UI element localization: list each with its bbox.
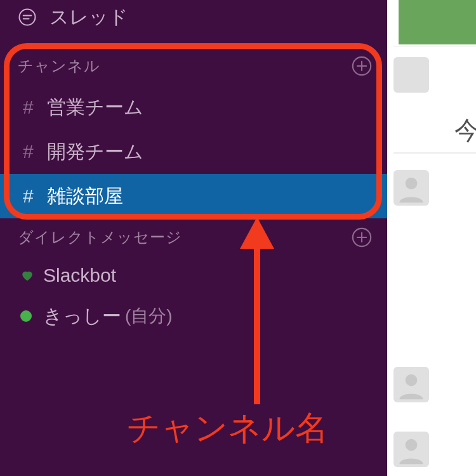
- presence-online-icon: [20, 310, 43, 322]
- channels-section-header: チャンネル: [0, 52, 387, 80]
- dm-name: きっしー: [43, 303, 121, 329]
- avatar: [393, 170, 429, 206]
- threads-item[interactable]: スレッド: [0, 0, 387, 38]
- divider: [393, 46, 476, 47]
- visible-char: 今: [433, 113, 476, 148]
- svg-point-6: [406, 439, 418, 451]
- main-area-fragment: 今: [387, 0, 476, 476]
- hash-icon: #: [23, 141, 47, 162]
- svg-point-3: [20, 310, 32, 322]
- svg-point-5: [406, 374, 418, 387]
- add-dm-button[interactable]: [350, 226, 373, 249]
- channels-header-label: チャンネル: [18, 56, 100, 76]
- message-row: [393, 168, 429, 206]
- heart-icon: [20, 268, 43, 282]
- message-row: [393, 55, 429, 93]
- channel-name: 営業チーム: [47, 95, 143, 121]
- avatar: [393, 432, 429, 467]
- svg-point-0: [20, 10, 36, 25]
- dm-header-label: ダイレクトメッセージ: [18, 227, 182, 248]
- message-row: [393, 429, 429, 467]
- avatar: [393, 57, 429, 93]
- dm-item[interactable]: Slackbot: [0, 255, 387, 296]
- channel-item-selected[interactable]: # 雑談部屋: [0, 174, 387, 218]
- dm-section-header: ダイレクトメッセージ: [0, 223, 387, 251]
- thread-icon: [18, 8, 42, 27]
- avatar: [393, 367, 429, 402]
- dm-name: Slackbot: [43, 265, 116, 286]
- add-channel-button[interactable]: [350, 55, 373, 77]
- channel-list: # 営業チーム # 開発チーム # 雑談部屋: [0, 85, 387, 218]
- sidebar: スレッド チャンネル # 営業チーム # 開発チーム # 雑談部屋 ダイレクトメ…: [0, 0, 387, 476]
- dm-item[interactable]: きっしー (自分): [0, 296, 387, 336]
- hash-icon: #: [23, 96, 47, 118]
- annotation-label: チャンネル名: [127, 406, 328, 451]
- svg-point-4: [406, 178, 418, 190]
- divider: [393, 152, 476, 154]
- channel-name: 雑談部屋: [47, 183, 123, 209]
- channel-item[interactable]: # 開発チーム: [0, 129, 387, 174]
- dm-list: Slackbot きっしー (自分): [0, 255, 387, 336]
- hash-icon: #: [23, 185, 47, 207]
- header-accent: [399, 0, 476, 44]
- channel-name: 開発チーム: [47, 139, 143, 165]
- threads-label: スレッド: [50, 4, 128, 30]
- channel-item[interactable]: # 営業チーム: [0, 85, 387, 129]
- message-row: [393, 364, 429, 402]
- dm-self-suffix: (自分): [125, 304, 173, 328]
